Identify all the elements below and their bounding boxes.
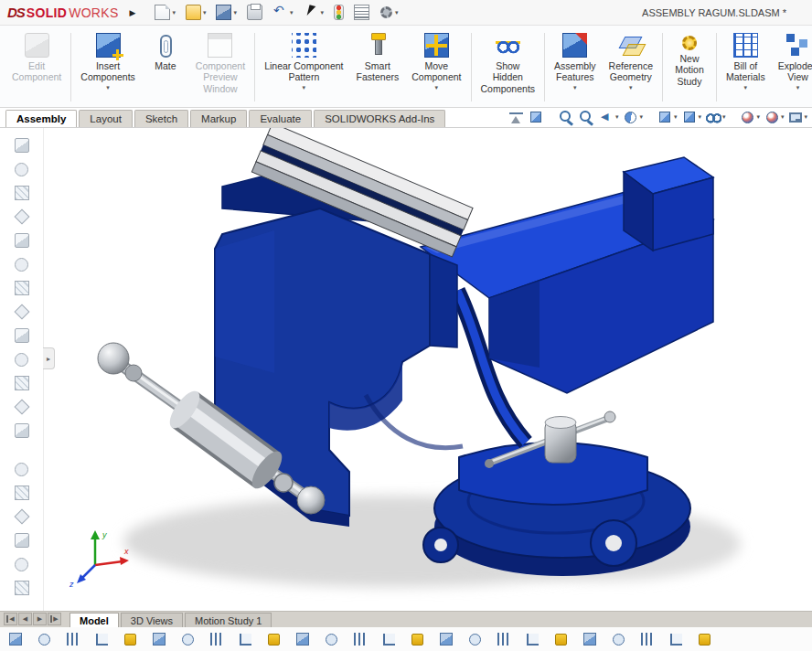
scroll-next-button[interactable]: ▶ (33, 613, 47, 625)
toolbar-flyout-arrow-icon[interactable]: ▶ (130, 8, 136, 17)
flyout-expand-arrow[interactable]: ▸ (43, 347, 55, 369)
assembly-tool-6-button[interactable] (8, 253, 36, 275)
edit-appearance-button[interactable]: ▾ (739, 110, 761, 125)
status-tool-4-button[interactable] (96, 634, 108, 646)
tab-markup[interactable]: Markup (190, 110, 247, 127)
assembly-tool-14-button[interactable] (8, 458, 36, 480)
status-tool-9-icon (240, 634, 251, 646)
viewport-canvas[interactable]: y x z (0, 128, 812, 611)
assembly-tool-10-button[interactable] (8, 348, 36, 370)
status-tool-15-button[interactable] (411, 634, 423, 646)
previous-view-button[interactable]: ▾ (598, 110, 620, 125)
hide-show-items-button[interactable]: ▾ (705, 110, 727, 125)
status-tool-11-button[interactable] (296, 633, 309, 646)
assembly-tool-5-button[interactable] (8, 229, 36, 251)
tab-solidworks-add-ins[interactable]: SOLIDWORKS Add-Ins (314, 110, 445, 127)
show-hidden-components-button[interactable]: ShowHiddenComponents (475, 27, 542, 107)
status-tool-2-button[interactable] (38, 634, 50, 646)
status-tool-1-button[interactable] (9, 633, 22, 646)
new-document-button[interactable]: ▾ (152, 3, 178, 22)
assembly-tool-13-button[interactable] (8, 420, 36, 442)
tab-model[interactable]: Model (69, 613, 119, 627)
status-tool-24-button[interactable] (670, 634, 682, 646)
assembly-tool-3-button[interactable] (8, 182, 36, 204)
tab-motion-study-1[interactable]: Motion Study 1 (185, 613, 272, 627)
assembly-tool-18-button[interactable] (8, 553, 36, 575)
print-document-button[interactable] (244, 3, 265, 22)
view-orientation-button[interactable]: ▾ (657, 110, 678, 125)
move-component-button[interactable]: MoveComponent▾ (405, 27, 467, 107)
assembly-tool-17-button[interactable] (8, 529, 36, 551)
hide-show-items-icon (706, 110, 721, 125)
document-title: ASSEMBLY RAGUM.SLDASM * (642, 7, 786, 18)
status-tool-19-button[interactable] (527, 634, 539, 646)
tab-3d-views[interactable]: 3D Views (121, 613, 183, 627)
view-settings-button[interactable]: ▾ (787, 111, 808, 124)
undo-button[interactable]: ▾ (270, 3, 296, 22)
status-tool-22-button[interactable] (613, 634, 625, 646)
assembly-tool-16-button[interactable] (8, 506, 36, 528)
tab-assembly[interactable]: Assembly (5, 110, 77, 127)
status-tool-16-button[interactable] (440, 633, 453, 646)
tab-evaluate[interactable]: Evaluate (249, 110, 312, 127)
status-tool-21-button[interactable] (583, 633, 596, 646)
assembly-visualization-button[interactable] (528, 110, 545, 125)
assembly-tool-15-button[interactable] (8, 482, 36, 504)
display-style-button[interactable]: ▾ (680, 110, 702, 125)
open-document-button[interactable]: ▾ (183, 3, 209, 22)
status-tool-9-button[interactable] (240, 634, 251, 646)
status-tool-8-button[interactable] (210, 633, 223, 646)
status-tool-3-button[interactable] (67, 633, 80, 646)
linear-component-pattern-button[interactable]: Linear ComponentPattern▾ (258, 27, 349, 107)
assembly-tool-7-button[interactable] (8, 277, 36, 299)
status-tool-7-button[interactable] (182, 634, 194, 646)
assembly-tool-8-button[interactable] (8, 301, 36, 323)
status-tool-14-button[interactable] (383, 634, 395, 646)
edit-component-label: EditComponent (12, 60, 61, 83)
selection-filter-button[interactable] (331, 3, 347, 22)
zoom-to-fit-button[interactable] (558, 110, 575, 125)
bill-of-materials-button[interactable]: Bill ofMaterials▾ (720, 27, 772, 107)
exploded-view-button[interactable]: ExplodedView▾ (772, 27, 812, 107)
status-tool-20-button[interactable] (555, 634, 567, 646)
options-button[interactable]: ▾ (377, 4, 401, 21)
select-tool-button[interactable]: ▾ (301, 3, 327, 22)
scroll-prev-button[interactable]: ◀ (18, 613, 32, 625)
assembly-tool-11-button[interactable] (8, 372, 36, 394)
status-tool-6-button[interactable] (153, 633, 166, 646)
document-tabs: Model3D ViewsMotion Study 1 (69, 613, 273, 627)
status-tool-5-button[interactable] (124, 634, 136, 646)
assembly-features-button[interactable]: AssemblyFeatures▾ (548, 27, 603, 107)
assembly-tool-4-button[interactable] (8, 206, 36, 228)
evaluate-list-button[interactable] (351, 3, 372, 22)
save-document-button[interactable]: ▾ (213, 3, 240, 22)
assembly-tool-19-button[interactable] (8, 577, 36, 599)
status-tool-25-button[interactable] (699, 634, 710, 646)
select-tool-icon (304, 5, 319, 20)
view-orientation-icon (659, 112, 670, 123)
status-tool-18-button[interactable] (497, 633, 510, 646)
status-tool-10-button[interactable] (268, 634, 280, 646)
assembly-tool-9-button[interactable] (8, 325, 36, 347)
new-motion-study-button[interactable]: NewMotionStudy (666, 27, 713, 107)
assembly-tool-2-button[interactable] (8, 158, 36, 180)
reference-geometry-button[interactable]: ReferenceGeometry▾ (603, 27, 659, 107)
mate-button[interactable]: Mate (142, 27, 189, 107)
section-view-button[interactable]: ▾ (622, 110, 644, 125)
assembly-tool-1-button[interactable] (8, 134, 36, 156)
measure-button[interactable] (508, 110, 525, 125)
tab-layout[interactable]: Layout (79, 110, 133, 127)
apply-scene-button[interactable]: ▾ (764, 110, 785, 125)
insert-components-button[interactable]: InsertComponents▾ (74, 27, 142, 107)
status-tool-13-button[interactable] (354, 633, 367, 646)
assembly-tool-12-button[interactable] (8, 396, 36, 418)
status-tool-23-button[interactable] (641, 633, 654, 646)
tab-sketch[interactable]: Sketch (134, 110, 188, 127)
scroll-last-button[interactable]: ▶ (48, 613, 61, 625)
smart-fasteners-button[interactable]: SmartFasteners (350, 27, 406, 107)
status-tool-17-button[interactable] (469, 634, 481, 646)
scroll-first-button[interactable]: ◀ (4, 613, 17, 625)
status-tool-12-button[interactable] (326, 634, 337, 646)
zoom-to-area-button[interactable] (578, 110, 595, 125)
3d-model-bench-vise[interactable]: y x z (0, 128, 812, 611)
